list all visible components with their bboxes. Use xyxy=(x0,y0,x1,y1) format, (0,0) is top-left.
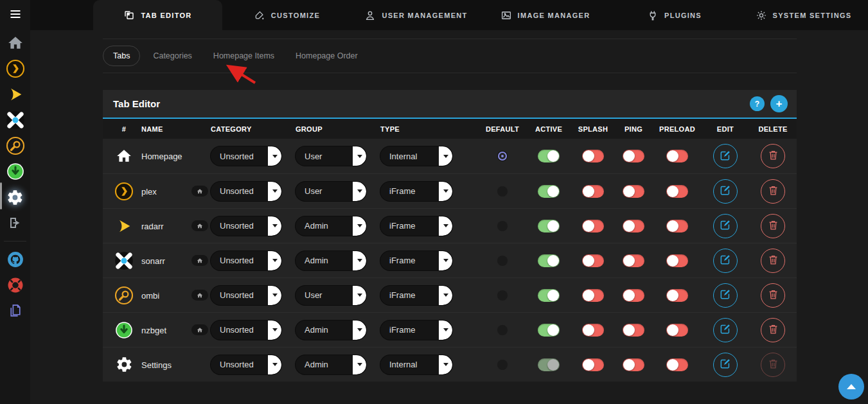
delete-button[interactable] xyxy=(761,214,785,238)
preload-toggle[interactable] xyxy=(666,185,688,198)
scroll-to-top-button[interactable] xyxy=(838,374,864,400)
default-radio[interactable] xyxy=(497,360,508,370)
splash-toggle[interactable] xyxy=(582,324,604,337)
type-select[interactable]: iFrame xyxy=(380,251,452,270)
active-toggle[interactable] xyxy=(538,289,560,302)
nav-tab-customize[interactable]: CUSTOMIZE xyxy=(222,0,351,30)
category-select[interactable]: Unsorted xyxy=(211,286,281,305)
delete-button[interactable] xyxy=(761,144,785,168)
group-select[interactable]: User xyxy=(296,286,366,305)
active-toggle[interactable] xyxy=(538,358,560,371)
sidebar-item-logout[interactable] xyxy=(0,210,30,236)
nav-tab-image-manager[interactable]: IMAGE MANAGER xyxy=(481,0,610,30)
default-radio[interactable] xyxy=(497,325,508,335)
splash-toggle[interactable] xyxy=(582,150,604,162)
edit-button[interactable] xyxy=(713,214,738,238)
ping-toggle[interactable] xyxy=(623,358,644,371)
type-select[interactable]: iFrame xyxy=(380,286,452,305)
splash-toggle[interactable] xyxy=(582,185,604,198)
default-radio[interactable] xyxy=(497,290,508,301)
category-cell: Unsorted xyxy=(208,355,281,374)
category-select[interactable]: Unsorted xyxy=(211,321,281,340)
default-radio[interactable] xyxy=(497,221,508,231)
ping-toggle[interactable] xyxy=(623,289,644,302)
sidebar-scrollbar-thumb[interactable] xyxy=(0,182,2,209)
subtab-categories[interactable]: Categories xyxy=(152,46,193,66)
splash-toggle[interactable] xyxy=(582,254,604,267)
preload-toggle[interactable] xyxy=(666,289,688,302)
active-toggle[interactable] xyxy=(538,150,560,162)
edit-button[interactable] xyxy=(713,353,738,377)
sidebar-item-docs[interactable] xyxy=(0,298,30,324)
sidebar-item-plex[interactable] xyxy=(0,56,30,82)
subtab-homepage-order[interactable]: Homepage Order xyxy=(294,46,359,66)
sidebar-item-nzbget[interactable] xyxy=(0,159,30,184)
active-toggle[interactable] xyxy=(538,254,560,267)
default-radio[interactable] xyxy=(497,186,508,197)
nav-tab-tab-editor[interactable]: TAB EDITOR xyxy=(93,0,222,30)
splash-toggle[interactable] xyxy=(582,358,604,371)
category-select[interactable]: Unsorted xyxy=(211,216,281,236)
edit-button[interactable] xyxy=(713,179,738,204)
ping-toggle[interactable] xyxy=(623,254,644,267)
type-select[interactable]: iFrame xyxy=(380,321,452,340)
group-select[interactable]: User xyxy=(296,146,366,166)
sidebar-item-homepage[interactable] xyxy=(0,30,30,56)
type-select[interactable]: Internal xyxy=(380,355,452,374)
subtab-homepage-items[interactable]: Homepage Items xyxy=(212,46,276,66)
group-select[interactable]: Admin xyxy=(296,216,366,236)
preload-toggle[interactable] xyxy=(666,324,688,337)
sidebar-item-sonarr[interactable] xyxy=(0,107,30,133)
edit-button[interactable] xyxy=(713,318,738,342)
group-select[interactable]: Admin xyxy=(296,355,366,374)
type-select[interactable]: Internal xyxy=(380,146,452,166)
active-toggle[interactable] xyxy=(538,324,560,337)
menu-toggle-button[interactable] xyxy=(0,0,30,30)
delete-button[interactable] xyxy=(761,179,785,204)
sidebar-item-radarr[interactable] xyxy=(0,82,30,107)
subtab-tabs[interactable]: Tabs xyxy=(103,46,140,66)
splash-toggle[interactable] xyxy=(582,289,604,302)
category-select[interactable]: Unsorted xyxy=(211,182,281,201)
sidebar-item-settings[interactable] xyxy=(0,184,30,210)
splash-toggle[interactable] xyxy=(582,220,604,233)
help-button[interactable]: ? xyxy=(750,96,765,111)
default-radio[interactable] xyxy=(497,256,508,266)
type-select[interactable]: iFrame xyxy=(380,182,452,201)
default-radio[interactable] xyxy=(498,152,507,161)
category-select[interactable]: Unsorted xyxy=(211,355,281,374)
group-select[interactable]: Admin xyxy=(296,321,366,340)
delete-button[interactable] xyxy=(761,318,785,342)
delete-button[interactable] xyxy=(761,283,785,308)
edit-button[interactable] xyxy=(713,249,738,273)
ping-toggle[interactable] xyxy=(623,324,644,337)
preload-toggle[interactable] xyxy=(666,220,688,233)
category-select[interactable]: Unsorted xyxy=(211,146,281,166)
preload-toggle[interactable] xyxy=(666,150,688,162)
edit-button[interactable] xyxy=(713,144,738,168)
toggle-knob xyxy=(623,220,635,232)
nav-tab-plugins[interactable]: PLUGINS xyxy=(610,0,739,30)
row-icon-cell xyxy=(114,146,134,166)
nav-tab-user-management[interactable]: USER MANAGEMENT xyxy=(351,0,481,30)
preload-toggle[interactable] xyxy=(666,358,688,371)
ping-toggle[interactable] xyxy=(623,185,644,198)
sidebar-item-support[interactable] xyxy=(0,272,30,298)
group-select[interactable]: User xyxy=(296,182,366,201)
category-select[interactable]: Unsorted xyxy=(211,251,281,270)
toggle-knob xyxy=(583,186,594,197)
delete-button[interactable] xyxy=(761,249,785,273)
preload-toggle[interactable] xyxy=(666,254,688,267)
type-select[interactable]: iFrame xyxy=(380,216,452,236)
sidebar-item-github[interactable] xyxy=(0,247,30,272)
group-select[interactable]: Admin xyxy=(296,251,366,270)
homepage-badge xyxy=(191,186,208,197)
nav-tab-system-settings[interactable]: SYSTEM SETTINGS xyxy=(739,0,868,30)
ping-toggle[interactable] xyxy=(623,150,644,162)
ping-toggle[interactable] xyxy=(623,220,644,233)
active-toggle[interactable] xyxy=(538,220,560,233)
edit-button[interactable] xyxy=(713,283,738,308)
add-tab-button[interactable]: + xyxy=(770,95,788,112)
active-toggle[interactable] xyxy=(538,185,560,198)
sidebar-item-ombi[interactable] xyxy=(0,133,30,159)
